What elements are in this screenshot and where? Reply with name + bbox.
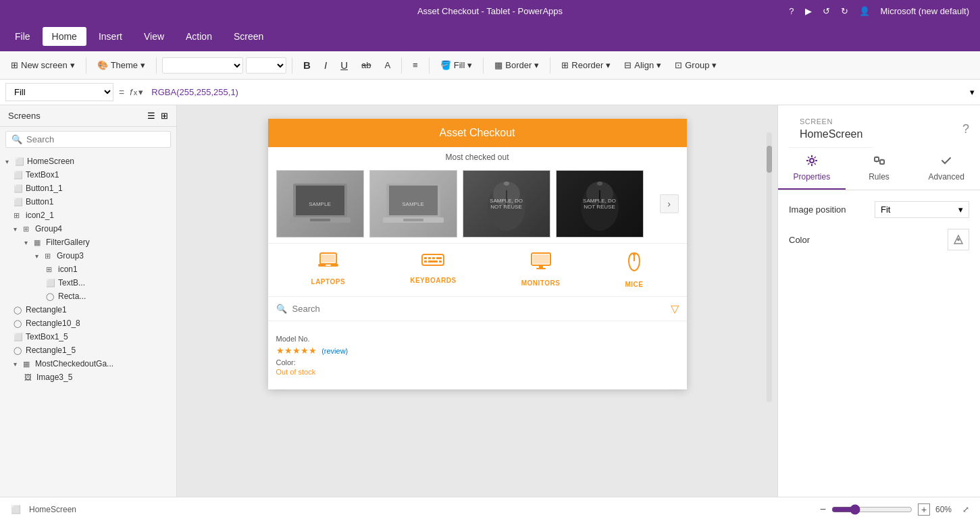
list-view-icon[interactable]: ☰: [147, 111, 155, 121]
keyboards-label: KEYBOARDS: [410, 277, 456, 284]
tree-item-button1[interactable]: ⬜ Button1: [0, 195, 176, 209]
color-label: Color:: [276, 358, 679, 366]
font-family-select[interactable]: [162, 57, 243, 74]
color-label: Color: [789, 235, 810, 245]
tree-label: Rectangle10_8: [26, 319, 80, 328]
tree-item-button1-1[interactable]: ⬜ Button1_1: [0, 182, 176, 195]
fullscreen-icon[interactable]: ⤢: [962, 505, 969, 514]
user-name[interactable]: Microsoft (new default): [881, 6, 970, 16]
product-image-2[interactable]: SAMPLE: [369, 170, 457, 238]
tree-item-icon2-1[interactable]: ⊞ icon2_1: [0, 209, 176, 222]
tree-item-mostcheckedoutga[interactable]: ▾ ▦ MostCheckedoutGa...: [0, 357, 176, 371]
tab-rules[interactable]: Rules: [846, 148, 913, 190]
play-icon[interactable]: ▶: [805, 6, 812, 16]
menu-screen[interactable]: Screen: [224, 27, 273, 46]
zoom-in-icon[interactable]: +: [918, 503, 930, 516]
tree-item-textb[interactable]: ⬜ TextB...: [0, 276, 176, 290]
border-button[interactable]: ▦ Border ▾: [489, 57, 544, 73]
align-button[interactable]: ⊟ Align ▾: [619, 57, 667, 73]
zoom-slider[interactable]: [831, 504, 912, 515]
right-panel: SCREEN HomeScreen ? Properties: [777, 105, 980, 497]
property-select[interactable]: Fill: [5, 83, 113, 101]
group-chevron: ▾: [712, 60, 717, 70]
svg-rect-30: [533, 254, 549, 264]
image-position-label: Image position: [789, 204, 846, 215]
category-monitors[interactable]: MONITORS: [521, 252, 561, 288]
category-laptops[interactable]: LAPTOPS: [311, 252, 346, 288]
app-title: Asset Checkout: [439, 127, 515, 138]
filter-icon[interactable]: ▽: [671, 302, 679, 315]
font-color-button[interactable]: A: [379, 57, 396, 73]
redo-icon[interactable]: ↻: [841, 6, 848, 16]
expand-icon: ▾: [5, 158, 12, 165]
formula-input[interactable]: [149, 84, 964, 100]
search-icon: 🔍: [11, 134, 22, 144]
tree-item-filtergallery[interactable]: ▾ ▦ FilterGallery: [0, 236, 176, 249]
tree-item-rectangle10-8[interactable]: ◯ Rectangle10_8: [0, 317, 176, 330]
search-input[interactable]: [26, 134, 165, 144]
tree-item-homescreen[interactable]: ▾ ⬜ HomeScreen: [0, 155, 176, 168]
menu-view[interactable]: View: [134, 27, 174, 46]
toolbar-divider-3: [292, 57, 292, 74]
new-screen-chevron: ▾: [70, 60, 75, 70]
tree-item-rectangle1[interactable]: ◯ Rectangle1: [0, 303, 176, 317]
expand-icon: ▾: [14, 360, 20, 368]
undo-icon[interactable]: ↺: [823, 6, 830, 16]
tree-item-rectangle1-5[interactable]: ◯ Rectangle1_5: [0, 344, 176, 357]
category-keyboards[interactable]: KEYBOARDS: [410, 252, 456, 288]
help-icon[interactable]: ?: [789, 6, 794, 16]
zoom-out-icon[interactable]: −: [820, 503, 826, 516]
scroll-thumb[interactable]: [767, 146, 772, 173]
scroll-bar[interactable]: [767, 132, 772, 402]
product-image-4[interactable]: SAMPLE, DO NOT REUSE: [556, 170, 644, 238]
tab-advanced[interactable]: Advanced: [912, 148, 980, 190]
category-mice[interactable]: MICE: [625, 252, 643, 288]
image-position-dropdown[interactable]: Fit ▾: [875, 201, 969, 218]
user-icon[interactable]: 👤: [859, 6, 870, 16]
tree-item-icon1[interactable]: ⊞ icon1: [0, 263, 176, 276]
tree-label: icon2_1: [26, 211, 54, 220]
svg-rect-7: [403, 219, 423, 221]
product-image-3[interactable]: SAMPLE, DO NOT REUSE: [463, 170, 550, 238]
reorder-chevron: ▾: [606, 60, 611, 70]
menu-file[interactable]: File: [5, 27, 40, 46]
tree-label: Button1: [26, 197, 53, 207]
zoom-controls: − + 60% ⤢: [820, 503, 969, 516]
bold-button[interactable]: B: [298, 57, 316, 74]
svg-point-15: [597, 182, 602, 186]
new-screen-button[interactable]: ⊞ New screen ▾: [5, 57, 80, 73]
fx-button[interactable]: fx ▾: [130, 87, 143, 97]
screen-name: HomeScreen: [789, 127, 873, 148]
tree-item-image3-5[interactable]: 🖼 Image3_5: [0, 371, 176, 384]
product-image-1[interactable]: SAMPLE: [276, 170, 364, 238]
italic-button[interactable]: I: [319, 57, 332, 74]
sample-text-1: SAMPLE: [309, 201, 330, 207]
gallery-next-arrow[interactable]: ›: [660, 194, 679, 213]
fill-button[interactable]: 🪣 Fill ▾: [435, 57, 478, 73]
align-text-button[interactable]: ≡: [407, 57, 423, 73]
grid-view-icon[interactable]: ⊞: [161, 111, 168, 121]
app-search-input[interactable]: [292, 304, 665, 314]
review-link[interactable]: (review): [321, 347, 348, 355]
theme-button[interactable]: 🎨 Theme ▾: [92, 57, 151, 73]
tab-properties[interactable]: Properties: [778, 148, 846, 190]
color-swatch-button[interactable]: [948, 229, 969, 250]
app-header: Asset Checkout: [268, 119, 687, 147]
underline-button[interactable]: U: [335, 57, 353, 74]
strikethrough-button[interactable]: ab: [356, 57, 376, 73]
tree-item-group4[interactable]: ▾ ⊞ Group4: [0, 222, 176, 236]
menu-action[interactable]: Action: [176, 27, 222, 46]
app-search-icon: 🔍: [276, 304, 287, 314]
status-screen-name: HomeScreen: [29, 505, 76, 514]
menu-home[interactable]: Home: [43, 27, 86, 46]
tree-item-recta[interactable]: ◯ Recta...: [0, 290, 176, 303]
formula-expand[interactable]: ▾: [970, 87, 975, 97]
help-circle-icon[interactable]: ?: [962, 122, 969, 136]
tree-item-group3[interactable]: ▾ ⊞ Group3: [0, 249, 176, 263]
font-size-select[interactable]: [246, 57, 286, 74]
tree-item-textbox1-5[interactable]: ⬜ TextBox1_5: [0, 330, 176, 344]
tree-item-textbox1[interactable]: ⬜ TextBox1: [0, 168, 176, 182]
group-button[interactable]: ⊡ Group ▾: [669, 57, 722, 73]
menu-insert[interactable]: Insert: [89, 27, 132, 46]
reorder-button[interactable]: ⊞ Reorder ▾: [556, 57, 616, 73]
